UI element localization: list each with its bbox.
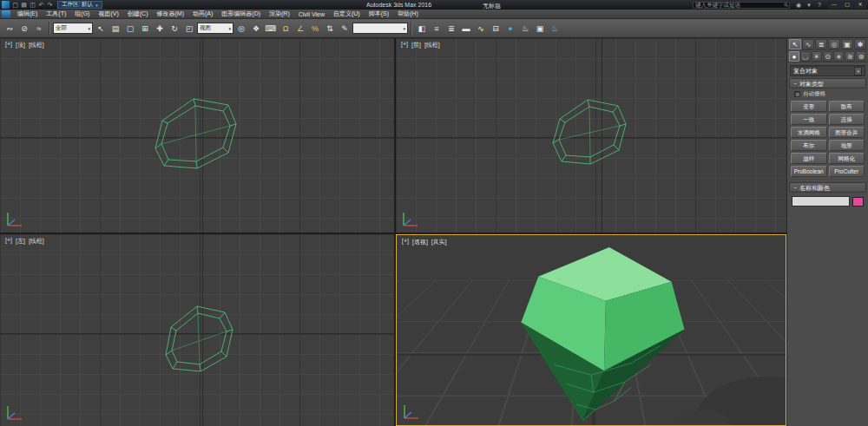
search-input[interactable] (695, 2, 784, 8)
menu-graph-editors[interactable]: 图形编辑器(D) (217, 10, 265, 18)
tab-utilities[interactable]: ✱ (854, 39, 866, 49)
button-morph[interactable]: 变形 (791, 101, 827, 112)
undo-icon[interactable]: ↶ (37, 1, 45, 9)
maximize-button[interactable]: ▢ (841, 1, 853, 9)
viewport-menu-button[interactable]: [+] (401, 41, 408, 49)
menu-scripting[interactable]: 脚本(S) (365, 10, 393, 18)
percent-snap-icon[interactable]: % (308, 22, 322, 36)
button-shapemerge[interactable]: 图形合并 (829, 127, 865, 138)
bind-spacewarp-icon[interactable]: ≈ (32, 22, 46, 36)
viewport-menu-button[interactable]: [+] (5, 41, 12, 49)
schematic-view-icon[interactable]: ⊟ (489, 22, 503, 36)
button-loft[interactable]: 放样 (791, 153, 827, 164)
category-shapes-icon[interactable]: ◡ (800, 51, 811, 62)
category-systems-icon[interactable]: ⊛ (856, 51, 866, 62)
menu-create[interactable]: 创建(C) (123, 10, 153, 18)
align-icon[interactable]: ≡ (430, 22, 444, 36)
viewport-view-button[interactable]: [左] (16, 237, 25, 246)
category-geometry-icon[interactable]: ● (789, 51, 799, 62)
render-setup-icon[interactable]: ♨ (518, 22, 532, 36)
rect-region-icon[interactable]: ▢ (123, 22, 137, 36)
viewport-shading-button[interactable]: [真实] (431, 238, 447, 246)
snap-3d-icon[interactable]: Ω (279, 22, 293, 36)
menu-customize[interactable]: 自定义(U) (329, 10, 365, 18)
workspace-selector[interactable]: 工作区: 默认 (57, 1, 102, 9)
object-color-swatch[interactable] (852, 197, 864, 206)
minimize-button[interactable]: — (828, 1, 840, 9)
rollout-object-type[interactable]: 对象类型 (789, 78, 866, 88)
help-icon[interactable]: ? (815, 1, 824, 9)
category-helpers-icon[interactable]: ∗ (833, 51, 844, 62)
object-name-input[interactable] (792, 196, 850, 206)
mirror-icon[interactable]: ◧ (415, 22, 429, 36)
tab-display[interactable]: ▣ (841, 39, 853, 49)
button-procutter[interactable]: ProCutter (829, 166, 865, 177)
viewport-menu-button[interactable]: [+] (5, 237, 12, 246)
shaded-object[interactable] (397, 235, 786, 426)
menu-edit[interactable]: 编辑(E) (13, 10, 42, 18)
object-category-dropdown[interactable]: 复合对象 ▾ (790, 65, 865, 76)
viewport-left[interactable]: [+] [左] [线框] (0, 234, 394, 426)
button-terrain[interactable]: 地形 (829, 140, 865, 151)
wireframe-object-front[interactable] (396, 38, 786, 233)
rotate-icon[interactable]: ↻ (168, 22, 181, 36)
move-icon[interactable]: ✚ (153, 22, 167, 36)
rollout-name-color[interactable]: 名称和颜色 (789, 182, 866, 193)
angle-snap-icon[interactable]: ∠ (293, 22, 307, 36)
menu-rendering[interactable]: 渲染(R) (265, 10, 294, 18)
select-link-icon[interactable]: ∾ (3, 22, 16, 36)
viewport-view-button[interactable]: [透视] (412, 238, 428, 246)
close-button[interactable]: ✕ (854, 1, 866, 9)
select-by-name-icon[interactable]: ▤ (108, 22, 122, 36)
viewport-perspective[interactable]: [+] [透视] [真实] (396, 234, 786, 426)
material-editor-icon[interactable]: ● (503, 22, 517, 36)
viewport-shading-button[interactable]: [线框] (424, 41, 440, 49)
button-connect[interactable]: 连接 (829, 114, 865, 125)
button-conform[interactable]: 一致 (791, 114, 827, 125)
ribbon-toggle-icon[interactable]: ▬ (459, 22, 473, 36)
max-menu-icon[interactable] (2, 10, 10, 18)
menu-help[interactable]: 帮助(H) (393, 10, 423, 18)
menu-views[interactable]: 视图(V) (94, 10, 122, 18)
tab-motion[interactable]: ◎ (828, 39, 840, 49)
selection-filter-dropdown[interactable]: 全部 (53, 23, 93, 34)
tab-modify[interactable]: ∿ (802, 39, 814, 49)
category-lights-icon[interactable]: ☀ (812, 51, 822, 62)
menu-animation[interactable]: 动画(A) (188, 10, 217, 18)
scale-icon[interactable]: ◰ (182, 22, 196, 36)
render-production-icon[interactable]: ♨ (548, 22, 562, 36)
autogrid-checkbox[interactable] (794, 91, 800, 97)
wireframe-object-left[interactable] (0, 234, 394, 426)
category-spacewarps-icon[interactable]: ≋ (845, 51, 855, 62)
menu-group[interactable]: 组(G) (70, 10, 94, 18)
viewport-view-button[interactable]: [前] (411, 41, 421, 49)
viewport-menu-button[interactable]: [+] (402, 238, 409, 246)
rendered-frame-icon[interactable]: ▣ (533, 22, 547, 36)
app-logo-icon[interactable] (2, 1, 10, 9)
button-blobmesh[interactable]: 水滴网格 (791, 127, 827, 138)
signin-icon[interactable]: ◉ (794, 1, 803, 9)
viewport-shading-button[interactable]: [线框] (29, 237, 44, 246)
manipulate-icon[interactable]: ❖ (249, 22, 263, 36)
viewport-top[interactable]: [+] [顶] [线框] (0, 38, 394, 233)
tab-hierarchy[interactable]: ≣ (815, 39, 827, 49)
viewport-front[interactable]: [+] [前] [线框] (396, 38, 786, 233)
open-file-icon[interactable]: ▤ (20, 1, 28, 9)
unlink-icon[interactable]: ⊘ (17, 22, 31, 36)
window-crossing-icon[interactable]: ⊞ (138, 22, 152, 36)
select-object-icon[interactable]: ↖ (94, 22, 108, 36)
layer-manager-icon[interactable]: ≣ (444, 22, 458, 36)
button-scatter[interactable]: 散布 (829, 101, 865, 112)
wireframe-object-top[interactable] (0, 38, 394, 233)
curve-editor-icon[interactable]: ∿ (474, 22, 488, 36)
button-boolean[interactable]: 布尔 (791, 140, 827, 151)
button-mesher[interactable]: 网格化 (829, 153, 865, 164)
notification-icon[interactable]: ▾ (805, 1, 813, 9)
category-cameras-icon[interactable]: ⊙ (823, 51, 833, 62)
spinner-snap-icon[interactable]: ⇅ (323, 22, 337, 36)
pivot-center-icon[interactable]: ◎ (234, 22, 248, 36)
new-scene-icon[interactable]: ▢ (11, 1, 19, 9)
menu-tools[interactable]: 工具(T) (42, 10, 70, 18)
viewport-shading-button[interactable]: [线框] (29, 41, 44, 49)
reference-coordinate-dropdown[interactable]: 视图 (197, 23, 233, 34)
